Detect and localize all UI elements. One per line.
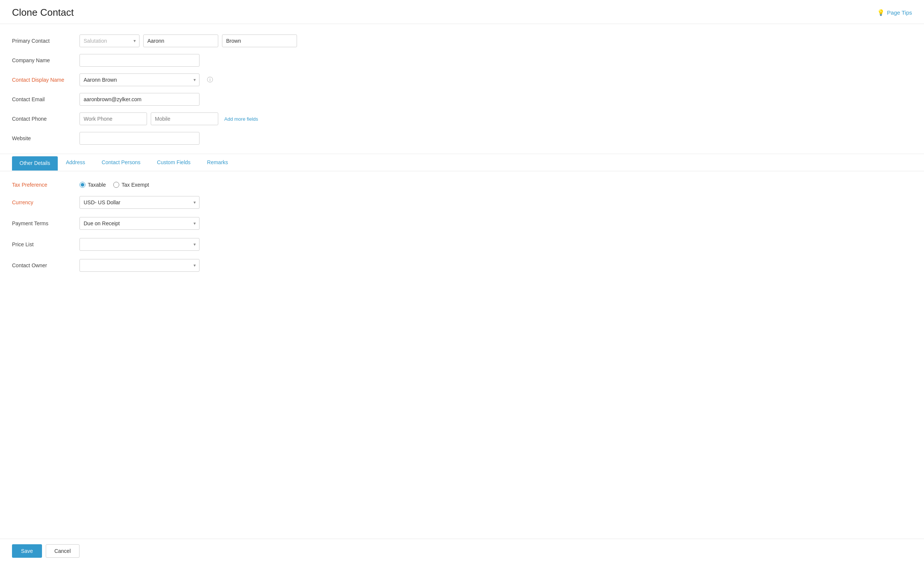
payment-terms-fields: Due on Receipt Net 15 Net 30 Net 45 Net … [80,217,200,230]
website-row: Website [12,132,912,145]
contact-phone-row: Contact Phone Add more fields [12,112,912,125]
currency-label: Currency [12,199,80,205]
price-list-row: Price List ▾ [12,238,912,251]
payment-terms-dropdown[interactable]: Due on Receipt Net 15 Net 30 Net 45 Net … [80,217,200,230]
tab-remarks[interactable]: Remarks [199,154,236,171]
contact-email-input[interactable] [80,93,200,106]
tax-exempt-option[interactable]: Tax Exempt [113,182,149,188]
help-circle-icon[interactable]: ⓘ [207,76,213,84]
lightbulb-icon: 💡 [877,9,885,16]
contact-display-name-row: Contact Display Name Aaronn Brown ▾ ⓘ [12,73,912,86]
contact-owner-dropdown[interactable]: ▾ [80,259,200,272]
tax-preference-label: Tax Preference [12,182,80,188]
contact-email-row: Contact Email [12,93,912,106]
display-name-select[interactable]: Aaronn Brown [80,73,200,86]
tab-contact-persons[interactable]: Contact Persons [93,154,149,171]
payment-terms-row: Payment Terms Due on Receipt Net 15 Net … [12,217,912,230]
payment-terms-select[interactable]: Due on Receipt Net 15 Net 30 Net 45 Net … [80,217,200,230]
website-fields [80,132,912,145]
price-list-select[interactable] [80,238,200,251]
contact-owner-label: Contact Owner [12,262,80,268]
contact-phone-fields: Add more fields [80,112,912,125]
contact-owner-row: Contact Owner ▾ [12,259,912,272]
page-header: Clone Contact 💡 Page Tips [0,0,924,24]
price-list-label: Price List [12,241,80,247]
contact-form-section: Primary Contact Salutation Mr. Mrs. Ms. … [12,34,912,145]
other-details-content: Tax Preference Taxable Tax Exempt Curren… [0,171,924,317]
taxable-option[interactable]: Taxable [80,182,106,188]
page-title: Clone Contact [12,7,74,18]
contact-owner-fields: ▾ [80,259,200,272]
last-name-input[interactable] [222,34,297,47]
price-list-dropdown[interactable]: ▾ [80,238,200,251]
tax-exempt-radio[interactable] [113,182,119,188]
payment-terms-label: Payment Terms [12,220,80,226]
contact-display-name-label: Contact Display Name [12,77,80,83]
page-tips-label: Page Tips [887,9,912,16]
mobile-input[interactable] [151,112,218,125]
tax-preference-radio-group: Taxable Tax Exempt [80,182,149,188]
currency-select[interactable]: USD- US Dollar EUR- Euro GBP- British Po… [80,196,200,209]
primary-contact-fields: Salutation Mr. Mrs. Ms. Dr. ▾ [80,34,912,47]
contact-owner-select[interactable] [80,259,200,272]
salutation-select[interactable]: Salutation Mr. Mrs. Ms. Dr. [80,34,140,47]
primary-contact-label: Primary Contact [12,38,80,44]
page-tips-button[interactable]: 💡 Page Tips [877,9,912,16]
contact-email-label: Contact Email [12,96,80,102]
website-input[interactable] [80,132,200,145]
contact-phone-label: Contact Phone [12,116,80,122]
taxable-label: Taxable [88,182,106,188]
main-form: Primary Contact Salutation Mr. Mrs. Ms. … [0,24,924,145]
company-name-input[interactable] [80,54,200,67]
tax-preference-row: Tax Preference Taxable Tax Exempt [12,182,912,188]
website-label: Website [12,135,80,141]
salutation-dropdown[interactable]: Salutation Mr. Mrs. Ms. Dr. ▾ [80,34,140,47]
tabs-row: Other Details Address Contact Persons Cu… [12,154,912,171]
tab-other-details[interactable]: Other Details [12,156,58,171]
company-name-label: Company Name [12,57,80,63]
company-name-row: Company Name [12,54,912,67]
contact-display-name-fields: Aaronn Brown ▾ ⓘ [80,73,912,86]
tabs-section: Other Details Address Contact Persons Cu… [0,154,924,171]
primary-contact-row: Primary Contact Salutation Mr. Mrs. Ms. … [12,34,912,47]
tab-custom-fields[interactable]: Custom Fields [149,154,199,171]
currency-dropdown[interactable]: USD- US Dollar EUR- Euro GBP- British Po… [80,196,200,209]
company-name-fields [80,54,912,67]
add-more-fields-button[interactable]: Add more fields [224,116,258,122]
taxable-radio[interactable] [80,182,86,188]
tax-preference-fields: Taxable Tax Exempt [80,182,149,188]
display-name-dropdown[interactable]: Aaronn Brown ▾ [80,73,200,86]
price-list-fields: ▾ [80,238,200,251]
currency-fields: USD- US Dollar EUR- Euro GBP- British Po… [80,196,200,209]
work-phone-input[interactable] [80,112,147,125]
contact-email-fields [80,93,912,106]
tab-address[interactable]: Address [58,154,93,171]
tax-exempt-label: Tax Exempt [122,182,149,188]
first-name-input[interactable] [143,34,218,47]
currency-row: Currency USD- US Dollar EUR- Euro GBP- B… [12,196,912,209]
